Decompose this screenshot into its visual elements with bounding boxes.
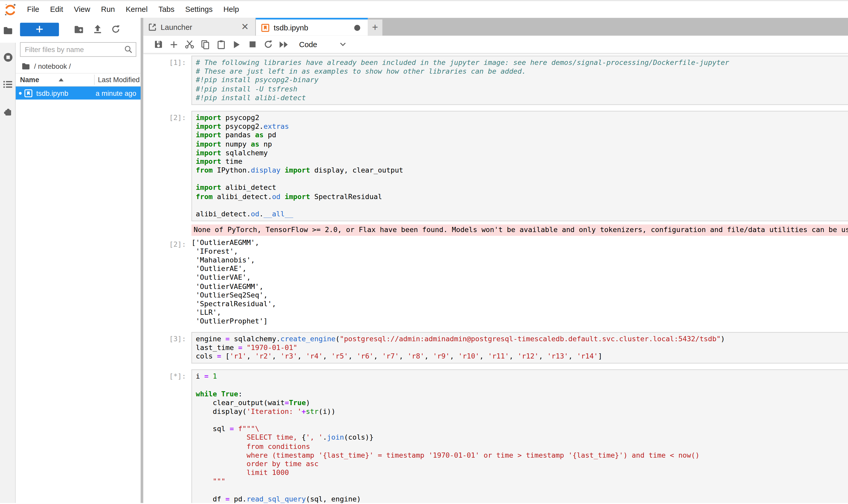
code-token: pd xyxy=(264,131,276,139)
menu-help[interactable]: Help xyxy=(218,1,245,18)
interrupt-kernel-button[interactable] xyxy=(245,37,260,52)
paste-cells-button[interactable] xyxy=(213,37,229,52)
code-token: , xyxy=(348,352,357,360)
file-modified: a minute ago xyxy=(95,89,141,97)
breadcrumb-path: / notebook / xyxy=(34,62,71,70)
code-token: import xyxy=(196,113,221,122)
code-token: , xyxy=(247,352,255,360)
restart-run-all-button[interactable] xyxy=(276,37,291,52)
home-folder-icon[interactable] xyxy=(22,62,30,70)
code-token: (sql, engine) xyxy=(306,495,361,503)
menu-settings[interactable]: Settings xyxy=(180,1,218,18)
cell-type-dropdown[interactable]: Code xyxy=(299,40,346,49)
menu-file[interactable]: File xyxy=(22,1,44,18)
file-name: tsdb.ipynb xyxy=(36,89,68,97)
code-token: ) xyxy=(306,398,310,407)
code-token: 'r1' xyxy=(230,352,247,360)
code-token: alibi_detect. xyxy=(213,192,272,201)
chevron-down-icon xyxy=(340,42,346,47)
cell-editor[interactable]: engine = sqlalchemy.create_engine("postg… xyxy=(191,332,848,364)
code-token: ( xyxy=(336,335,340,343)
code-token: i xyxy=(196,372,204,380)
code-token: as xyxy=(255,131,264,139)
code-token: "postgresql://admin:adminadmin@postgresq… xyxy=(340,335,721,343)
code-line: import psycopg2 xyxy=(196,113,848,122)
code-token: import xyxy=(196,157,221,166)
code-line: i = 1 xyxy=(196,372,848,381)
menu-edit[interactable]: Edit xyxy=(44,1,69,18)
tab-close-icon[interactable]: ✕ xyxy=(239,22,251,32)
code-token: { xyxy=(302,433,306,442)
notebook-toolbar: Code xyxy=(143,36,848,54)
code-token: pandas xyxy=(221,131,255,139)
code-token: #!pip install alibi-detect xyxy=(196,93,306,102)
menu-kernel[interactable]: Kernel xyxy=(120,1,153,18)
cell-editor[interactable]: # The following libraries have already b… xyxy=(191,56,848,105)
code-token: import xyxy=(196,184,221,192)
cell-input-area: [*]:i = 1 while True: clear_output(wait=… xyxy=(143,370,848,503)
copy-cells-button[interactable] xyxy=(198,37,213,52)
output-line: 'OutlierAE', xyxy=(191,265,276,273)
cell-editor[interactable]: i = 1 while True: clear_output(wait=True… xyxy=(191,370,848,503)
new-tab-button[interactable]: + xyxy=(368,20,382,36)
code-line: #!pip install -U tsfresh xyxy=(196,85,848,93)
code-cell-2[interactable]: [2]:import psycopg2import psycopg2.extra… xyxy=(143,111,848,326)
code-token: create_engine xyxy=(281,335,336,343)
output-line: 'IForest', xyxy=(191,247,276,256)
new-folder-button[interactable] xyxy=(70,22,88,36)
restart-kernel-button[interactable] xyxy=(260,37,276,52)
code-token: 'r14' xyxy=(577,352,598,360)
code-token: display xyxy=(251,166,281,174)
code-line: cols = ['r1', 'r2', 'r3', 'r4', 'r5', 'r… xyxy=(196,352,848,361)
cut-cells-button[interactable] xyxy=(182,37,198,52)
code-token: 'r8' xyxy=(408,352,425,360)
output-line: 'SpectralResidual', xyxy=(191,300,276,308)
activity-bar xyxy=(0,18,16,503)
code-line: from alibi_detect.od import SpectralResi… xyxy=(196,192,848,201)
code-line: clear_output(wait=True) xyxy=(196,398,848,407)
code-token: True xyxy=(221,390,238,398)
code-token: , xyxy=(509,352,518,360)
menu-run[interactable]: Run xyxy=(95,1,120,18)
code-token: import xyxy=(285,166,310,174)
run-cell-button[interactable] xyxy=(229,37,245,52)
refresh-button[interactable] xyxy=(107,22,125,36)
file-browser-icon[interactable] xyxy=(0,22,16,38)
sort-ascending-icon[interactable] xyxy=(59,78,64,82)
tab-notebook[interactable]: tsdb.ipynb xyxy=(256,18,368,36)
new-launcher-button[interactable] xyxy=(20,22,59,36)
code-token: import xyxy=(196,149,221,157)
menu-view[interactable]: View xyxy=(69,1,95,18)
code-line: sql = f"""\ xyxy=(196,425,848,433)
code-token: = xyxy=(285,398,289,407)
table-of-contents-icon[interactable] xyxy=(0,76,16,92)
code-line: import time xyxy=(196,157,848,166)
notebook-file-icon xyxy=(24,89,33,97)
cell-output-area: [2]:['OutlierAEGMM', 'IForest', 'Mahalan… xyxy=(143,237,848,326)
save-button[interactable] xyxy=(150,37,166,52)
code-token: od xyxy=(251,210,259,218)
code-cell-1[interactable]: [1]:# The following libraries have alrea… xyxy=(143,56,848,105)
column-header-name[interactable]: Name xyxy=(16,76,39,84)
code-line: import psycopg2.extras xyxy=(196,122,848,131)
add-cell-button[interactable] xyxy=(166,37,182,52)
code-cell-3[interactable]: [3]:engine = sqlalchemy.create_engine("p… xyxy=(143,332,848,364)
column-header-modified[interactable]: Last Modified xyxy=(98,76,140,84)
code-token xyxy=(281,192,285,201)
file-filter-input[interactable] xyxy=(24,45,124,54)
code-line: while True: xyxy=(196,390,848,398)
tab-launcher[interactable]: Launcher ✕ xyxy=(143,18,256,36)
code-token: = xyxy=(238,343,242,352)
file-row-tsdb[interactable]: tsdb.ipynb a minute ago xyxy=(16,87,141,100)
menu-tabs[interactable]: Tabs xyxy=(153,1,180,18)
code-token: # These are just left in as examples to … xyxy=(196,67,526,75)
code-line xyxy=(196,201,848,210)
cell-editor[interactable]: import psycopg2import psycopg2.extrasimp… xyxy=(191,111,848,221)
code-token: str xyxy=(306,407,319,415)
upload-button[interactable] xyxy=(88,22,106,36)
extensions-icon[interactable] xyxy=(0,103,16,120)
breadcrumb[interactable]: / notebook / xyxy=(16,59,141,73)
code-token: 'r12' xyxy=(518,352,539,360)
code-cell-4[interactable]: [*]:i = 1 while True: clear_output(wait=… xyxy=(143,370,848,503)
running-sessions-icon[interactable] xyxy=(0,49,16,66)
